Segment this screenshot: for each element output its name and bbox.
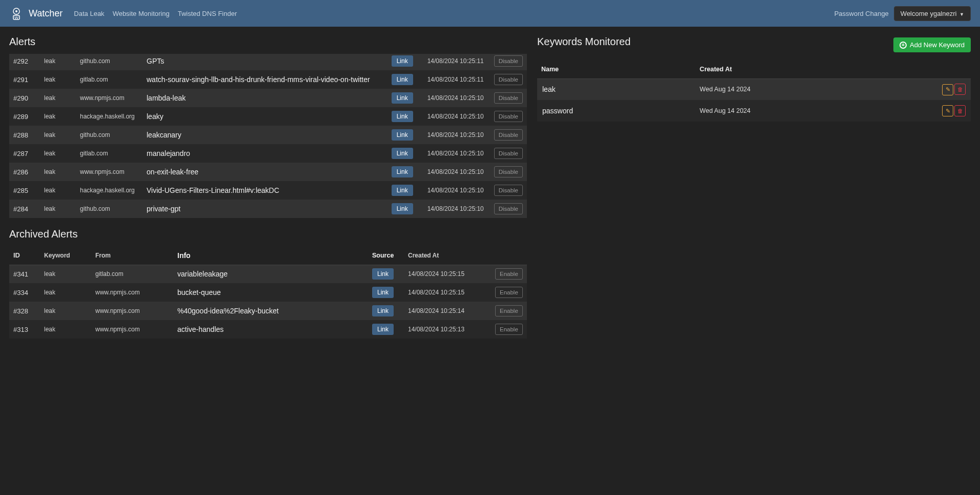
link-button[interactable]: Link [392,185,413,196]
disable-button[interactable]: Disable [494,55,523,67]
cell-id: #292 [9,54,40,70]
cell-keyword: leak [40,265,91,283]
cell-from: www.npmjs.com [91,283,173,302]
trash-icon: 🗑 [957,108,963,114]
cell-keyword: leak [40,144,76,163]
cell-info: manalejandro [142,144,387,163]
link-button[interactable]: Link [392,55,413,67]
col-created: Created At [404,246,491,265]
link-button[interactable]: Link [392,129,413,141]
col-keyword: Keyword [40,246,91,265]
disable-button[interactable]: Disable [494,74,523,85]
svg-text:W: W [14,15,18,20]
link-button[interactable]: Link [392,92,413,104]
enable-button[interactable]: Enable [495,324,523,335]
password-change-link[interactable]: Password Change [834,10,889,17]
cell-info: private-gpt [142,200,387,218]
link-button[interactable]: Link [372,324,394,335]
welcome-dropdown[interactable]: Welcome ygalnezri ▼ [894,6,971,21]
col-info: Info [173,246,368,265]
cell-date: 14/08/2024 10:25:10 [423,126,490,144]
cell-keyword: leak [40,302,91,320]
table-row: #288leakgithub.comleakcanaryLink14/08/20… [9,126,527,144]
table-row: #285leakhackage.haskell.orgVivid-UGens-F… [9,181,527,200]
cell-keyword: leak [40,320,91,339]
cell-id: #341 [9,265,40,283]
link-button[interactable]: Link [392,111,413,122]
keywords-table: Name Created At leakWed Aug 14 2024✎🗑pas… [537,60,971,122]
keywords-title: Keywords Monitored [537,36,630,48]
link-button[interactable]: Link [392,203,413,214]
archived-title: Archived Alerts [9,228,527,240]
brand[interactable]: W Watcher [9,6,63,21]
pencil-icon: ✎ [946,86,950,93]
navbar: W Watcher Data Leak Website Monitoring T… [0,0,980,27]
cell-date: 14/08/2024 10:25:15 [404,283,491,302]
cell-from: www.npmjs.com [76,89,142,107]
cell-id: #287 [9,144,40,163]
cell-name: leak [537,78,696,100]
cell-from: hackage.haskell.org [76,107,142,126]
cell-id: #328 [9,302,40,320]
cell-id: #286 [9,163,40,181]
disable-button[interactable]: Disable [494,166,523,177]
cell-info: Vivid-UGens-Filters-Linear.html#v:leakDC [142,181,387,200]
cell-date: 14/08/2024 10:25:10 [423,163,490,181]
disable-button[interactable]: Disable [494,203,523,214]
link-button[interactable]: Link [392,166,413,177]
table-row: passwordWed Aug 14 2024✎🗑 [537,100,971,122]
cell-info: on-exit-leak-free [142,163,387,181]
cell-id: #289 [9,107,40,126]
cell-date: Wed Aug 14 2024 [696,100,930,122]
disable-button[interactable]: Disable [494,129,523,141]
table-row: leakWed Aug 14 2024✎🗑 [537,78,971,100]
enable-button[interactable]: Enable [495,268,523,280]
cell-id: #290 [9,89,40,107]
table-row: #284leakgithub.comprivate-gptLink14/08/2… [9,200,527,218]
cell-keyword: leak [40,70,76,89]
link-button[interactable]: Link [392,148,413,159]
cell-keyword: leak [40,89,76,107]
cell-date: Wed Aug 14 2024 [696,78,930,100]
cell-date: 14/08/2024 10:25:10 [423,107,490,126]
cell-keyword: leak [40,283,91,302]
disable-button[interactable]: Disable [494,92,523,104]
alerts-scroll[interactable]: #292leakgithub.comGPTsLink14/08/2024 10:… [9,54,527,218]
alerts-title: Alerts [9,36,527,48]
link-button[interactable]: Link [372,287,394,298]
cell-keyword: leak [40,54,76,70]
disable-button[interactable]: Disable [494,185,523,196]
cell-info: %40good-idea%2Fleaky-bucket [173,302,368,320]
cell-id: #313 [9,320,40,339]
cell-date: 14/08/2024 10:25:14 [404,302,491,320]
add-keyword-button[interactable]: + Add New Keyword [893,37,971,52]
nav-twisted-dns[interactable]: Twisted DNS Finder [176,7,239,21]
link-button[interactable]: Link [392,74,413,85]
brand-text: Watcher [29,8,63,19]
nav-website-monitoring[interactable]: Website Monitoring [111,7,172,21]
delete-button[interactable]: 🗑 [954,105,966,116]
cell-from: github.com [76,126,142,144]
cell-from: github.com [76,54,142,70]
edit-button[interactable]: ✎ [942,84,953,95]
link-button[interactable]: Link [372,268,394,280]
disable-button[interactable]: Disable [494,148,523,159]
edit-button[interactable]: ✎ [942,105,953,116]
cell-info: leakcanary [142,126,387,144]
cell-info: bucket-queue [173,283,368,302]
table-row: #328leakwww.npmjs.com%40good-idea%2Fleak… [9,302,527,320]
plus-icon: + [900,42,907,49]
cell-id: #285 [9,181,40,200]
cell-info: leaky [142,107,387,126]
nav-data-leak[interactable]: Data Leak [72,7,106,21]
col-source: Source [368,246,404,265]
table-row: #290leakwww.npmjs.comlambda-leakLink14/0… [9,89,527,107]
disable-button[interactable]: Disable [494,111,523,122]
cell-id: #288 [9,126,40,144]
link-button[interactable]: Link [372,305,394,316]
enable-button[interactable]: Enable [495,287,523,298]
cell-name: password [537,100,696,122]
enable-button[interactable]: Enable [495,305,523,316]
delete-button[interactable]: 🗑 [954,84,966,95]
archived-table: ID Keyword From Info Source Created At #… [9,246,527,339]
